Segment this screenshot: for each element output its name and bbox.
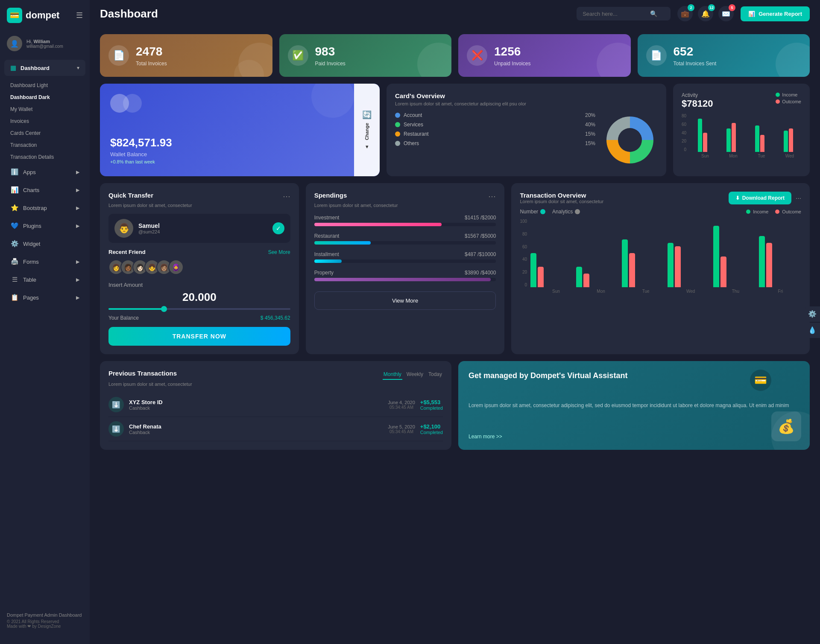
stat-card-sent-invoices: 📄 652 Total Invoices Sent bbox=[638, 34, 810, 77]
user-email: william@gmail.com bbox=[26, 44, 63, 49]
big-bar-tue bbox=[622, 239, 664, 287]
wallet-change-button[interactable]: 🔄 Change ▾ bbox=[354, 84, 380, 176]
outcome-bar-mon bbox=[732, 123, 736, 152]
user-avatar: 👤 bbox=[7, 36, 22, 51]
wallet-change-label: Change bbox=[364, 123, 369, 140]
prev-transactions-header: Previous Transactions Monthly Weekly Tod… bbox=[108, 370, 443, 380]
transaction-name-2: Chef Renata bbox=[129, 423, 383, 430]
sidebar-item-bootstrap[interactable]: ⭐ Bootstrap ▶ bbox=[4, 200, 85, 216]
paid-invoices-icon: ✅ bbox=[288, 45, 308, 66]
spending-item-property: Property $3890 /$4000 bbox=[314, 270, 496, 281]
transaction-date-col-2: June 5, 2020 05:34:45 AM bbox=[388, 424, 415, 434]
search-input[interactable] bbox=[583, 11, 647, 17]
sidebar-item-my-wallet[interactable]: My Wallet bbox=[4, 103, 85, 115]
settings-float-btn[interactable]: ⚙️ bbox=[805, 306, 820, 322]
sidebar-item-cards-center[interactable]: Cards Center bbox=[4, 127, 85, 139]
bar-label-wed: Wed bbox=[778, 154, 801, 158]
sidebar-item-charts[interactable]: 📊 Charts ▶ bbox=[4, 182, 85, 198]
sidebar-item-forms[interactable]: 🖨️ Forms ▶ bbox=[4, 254, 85, 270]
unpaid-invoices-icon: ❌ bbox=[467, 45, 487, 66]
co-item-account: Account 20% bbox=[395, 112, 595, 118]
prev-transactions-title: Previous Transactions bbox=[108, 370, 177, 377]
unpaid-invoices-value: 1256 bbox=[494, 44, 530, 59]
charts-icon: 📊 bbox=[10, 186, 19, 194]
txn-title-group: Transaction Overview Lorem ipsum dolor s… bbox=[520, 192, 603, 204]
spendings-desc: Lorem ipsum dolor sit amet, consectetur bbox=[314, 203, 496, 208]
generate-report-button[interactable]: 📊 Generate Report bbox=[741, 6, 810, 21]
amount-slider-track[interactable] bbox=[108, 308, 290, 310]
txn-menu-icon[interactable]: ⋯ bbox=[796, 195, 801, 201]
dashboard-arrow-icon: ▾ bbox=[77, 65, 79, 71]
outcome-legend-label: Outcome bbox=[782, 99, 801, 104]
nav-dashboard[interactable]: ▦ Dashboard ▾ bbox=[4, 60, 85, 76]
transaction-amount-1: +$5,553 bbox=[420, 399, 443, 405]
investment-label: Investment bbox=[314, 215, 340, 221]
see-more-button[interactable]: See More bbox=[268, 249, 290, 255]
sidebar-item-transaction[interactable]: Transaction bbox=[4, 139, 85, 151]
apps-label: Apps bbox=[23, 169, 72, 175]
spending-item-installment: Installment $487 /$10000 bbox=[314, 251, 496, 263]
activity-title: Activity bbox=[682, 92, 713, 98]
restaurant-label: Restaurant bbox=[314, 233, 340, 239]
tab-today[interactable]: Today bbox=[428, 370, 443, 380]
sidebar-item-dashboard-light[interactable]: Dashboard Light bbox=[4, 79, 85, 91]
tab-weekly[interactable]: Weekly bbox=[406, 370, 424, 380]
bar-y-axis: 80 60 40 20 0 bbox=[682, 114, 688, 152]
pages-label: Pages bbox=[23, 294, 72, 301]
number-toggle[interactable]: Number bbox=[520, 209, 545, 215]
friend-avatar-6[interactable]: 🧕 bbox=[168, 259, 184, 275]
spendings-menu-icon[interactable]: ⋯ bbox=[488, 192, 496, 201]
transaction-info-2: Chef Renata Cashback bbox=[129, 423, 383, 435]
analytics-toggle[interactable]: Analytics bbox=[552, 209, 580, 215]
account-dot bbox=[395, 113, 400, 118]
big-outcome-bar-thu bbox=[720, 256, 726, 287]
transfer-now-button[interactable]: TRANSFER NOW bbox=[108, 327, 290, 346]
wallet-refresh-icon: 🔄 bbox=[362, 110, 372, 119]
number-toggle-dot bbox=[540, 209, 545, 214]
quick-transfer-menu-icon[interactable]: ⋯ bbox=[283, 192, 290, 201]
big-bar-chart bbox=[530, 219, 801, 287]
notifications-button[interactable]: 🔔 12 bbox=[698, 6, 713, 21]
outcome-legend: Outcome bbox=[775, 209, 801, 214]
sidebar-item-widget[interactable]: ⚙️ Widget bbox=[4, 236, 85, 252]
big-bar-label-mon: Mon bbox=[580, 289, 622, 294]
messages-button[interactable]: ✉️ 5 bbox=[718, 6, 734, 21]
tab-monthly[interactable]: Monthly bbox=[383, 370, 402, 380]
balance-value: $ 456,345.62 bbox=[261, 315, 290, 321]
view-more-button[interactable]: View More bbox=[314, 291, 496, 310]
search-box[interactable]: 🔍 bbox=[577, 7, 671, 20]
sidebar-item-pages[interactable]: 📋 Pages ▶ bbox=[4, 289, 85, 306]
sidebar-item-apps[interactable]: ℹ️ Apps ▶ bbox=[4, 164, 85, 180]
activity-legend: Income Outcome bbox=[776, 92, 801, 104]
sent-invoices-value: 652 bbox=[674, 44, 717, 59]
bar-group-tue bbox=[747, 125, 773, 152]
stat-card-total-invoices: 📄 2478 Total Invoices bbox=[100, 34, 272, 77]
table-arrow-icon: ▶ bbox=[76, 277, 79, 283]
transaction-date-1: June 4, 2020 bbox=[388, 400, 415, 405]
card-overview-desc: Lorem ipsum dolor sit amet, consectetur … bbox=[395, 101, 658, 106]
big-income-bar-fri bbox=[759, 236, 765, 287]
wallet-circle-2 bbox=[123, 94, 142, 113]
bar-group-wed bbox=[776, 128, 801, 152]
header-icons: 💼 2 🔔 12 ✉️ 5 bbox=[677, 6, 734, 21]
amount-slider-thumb[interactable] bbox=[161, 306, 167, 312]
table-icon: ☰ bbox=[10, 276, 19, 283]
plugins-arrow-icon: ▶ bbox=[76, 223, 79, 229]
sidebar-item-transaction-details[interactable]: Transaction Details bbox=[4, 151, 85, 163]
restaurant-name: Restaurant bbox=[404, 131, 582, 137]
forms-arrow-icon: ▶ bbox=[76, 259, 79, 265]
big-outcome-bar-sun bbox=[538, 267, 544, 287]
sidebar-item-plugins[interactable]: 💙 Plugins ▶ bbox=[4, 218, 85, 234]
theme-float-btn[interactable]: 💧 bbox=[805, 323, 820, 338]
va-learn-more-link[interactable]: Learn more >> bbox=[469, 434, 800, 440]
download-report-button[interactable]: ⬇ Download Report bbox=[729, 192, 791, 204]
sidebar-item-invoices[interactable]: Invoices bbox=[4, 115, 85, 127]
sidebar-item-table[interactable]: ☰ Table ▶ bbox=[4, 271, 85, 288]
paid-invoices-info: 983 Paid Invoices bbox=[315, 44, 346, 67]
sidebar-item-dashboard-dark[interactable]: Dashboard Dark bbox=[4, 91, 85, 103]
hamburger-icon[interactable]: ☰ bbox=[76, 11, 83, 20]
restaurant-bar-track bbox=[314, 241, 496, 245]
income-bar-sun bbox=[698, 119, 702, 152]
total-invoices-value: 2478 bbox=[136, 44, 167, 59]
briefcase-button[interactable]: 💼 2 bbox=[677, 6, 693, 21]
